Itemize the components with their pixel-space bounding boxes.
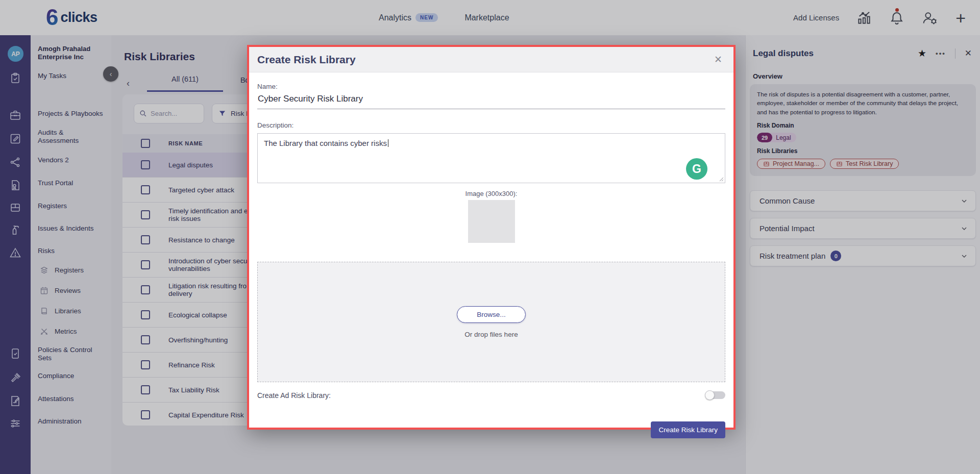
browse-button[interactable]: Browse... [457,306,525,323]
modal-title: Create Risk Library [257,54,711,66]
image-placeholder [468,200,515,243]
description-value: The Library that contains cyber risks [264,139,387,147]
description-field[interactable]: The Library that contains cyber risks G [257,133,725,183]
image-section: Image (300x300): [257,190,725,243]
ad-library-toggle-label: Create Ad Risk Library: [257,391,331,400]
modal-close-icon[interactable]: ✕ [711,53,725,66]
name-label: Name: [257,83,725,90]
create-risk-library-button[interactable]: Create Risk Library [651,421,725,438]
image-label: Image (300x300): [465,190,518,197]
text-caret [388,139,388,147]
resize-handle-icon[interactable] [718,176,724,182]
drop-files-hint: Or drop files here [464,331,518,338]
ad-library-toggle[interactable] [705,390,725,400]
description-label: Description: [257,121,725,129]
grammarly-icon[interactable]: G [686,158,707,180]
ad-library-toggle-row: Create Ad Risk Library: [257,390,725,400]
create-risk-library-modal: Create Risk Library ✕ Name: Description:… [247,45,736,430]
modal-header: Create Risk Library ✕ [249,47,733,72]
file-dropzone[interactable]: Browse... Or drop files here [257,262,725,382]
name-field[interactable] [257,90,725,109]
toggle-knob [705,390,715,400]
